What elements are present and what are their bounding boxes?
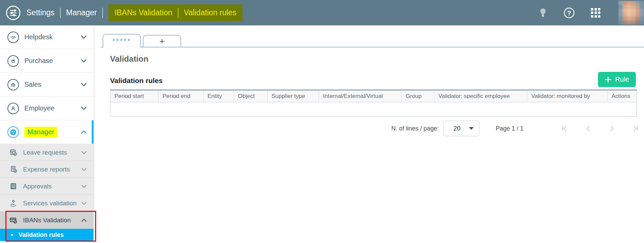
svg-text:?: ?	[567, 9, 571, 16]
sidebar-item-expense-reports[interactable]: Expense reports	[0, 161, 93, 178]
sidebar-item-label: Leave requests	[23, 149, 67, 156]
chevron-down-icon	[81, 202, 87, 205]
breadcrumb-separator	[60, 8, 61, 18]
handshake-icon	[7, 32, 19, 43]
breadcrumb-ibans-validation[interactable]: IBANs Validation	[114, 8, 172, 17]
person-icon	[7, 103, 19, 114]
sidebar-item-label: IBANs Validation	[23, 217, 71, 224]
sidebar-item-label: Helpdesk	[24, 33, 52, 41]
chevron-up-icon	[81, 219, 87, 222]
lines-per-page-select[interactable]: 20	[444, 121, 479, 136]
first-page-icon[interactable]	[561, 125, 568, 132]
bullet-icon: •	[11, 231, 13, 238]
table-empty-row	[110, 102, 637, 117]
breadcrumb-separator	[102, 8, 103, 18]
hand-diamond-icon	[9, 199, 18, 208]
column-header-period-end: Period end	[158, 90, 203, 102]
sidebar-item-label: Expense reports	[23, 166, 70, 173]
sidebar-item-helpdesk[interactable]: Helpdesk	[0, 25, 93, 49]
box-icon	[7, 55, 19, 67]
column-header-actions: Actions	[607, 90, 637, 102]
tab-active[interactable]: *****	[103, 34, 141, 47]
column-header-entity: Entity	[203, 90, 234, 102]
caret-down-icon	[469, 127, 474, 130]
sidebar-item-label: Services validation	[23, 200, 77, 207]
breadcrumb-manager[interactable]: Manager	[66, 8, 97, 17]
breadcrumb-settings[interactable]: Settings	[26, 8, 55, 17]
page-title: Validation	[110, 54, 644, 64]
next-page-icon[interactable]	[608, 125, 616, 132]
chevron-down-icon	[81, 185, 87, 188]
checklist-icon	[9, 182, 18, 191]
chevron-up-icon	[81, 130, 87, 134]
lines-per-page-value: 20	[453, 125, 460, 132]
pagination-nav	[544, 125, 639, 132]
breadcrumb-highlight: IBANs Validation Validation rules	[108, 4, 242, 21]
sidebar-item-employee[interactable]: Employee	[0, 97, 93, 120]
chevron-down-icon	[81, 83, 87, 86]
help-icon[interactable]: ?	[563, 7, 575, 19]
sidebar-item-ibans-validation[interactable]: IBANs Validation	[0, 212, 93, 229]
receipt-check-icon	[9, 165, 18, 174]
page-indicator: Page 1 / 1	[496, 125, 523, 132]
tab-strip-underline	[101, 47, 644, 47]
tab-strip: ***** +	[94, 25, 644, 47]
column-header-validator-specific-employee: Validator: specific employee	[434, 90, 527, 102]
lightbulb-icon[interactable]	[537, 7, 549, 19]
validation-rules-table: Period start Period end Entity Object Su…	[110, 89, 637, 117]
add-rule-button-label: Rule	[615, 76, 629, 83]
last-page-icon[interactable]	[632, 125, 639, 132]
sidebar-item-manager[interactable]: Manager	[0, 120, 93, 144]
column-header-supplier-type: Supplier type	[267, 90, 319, 102]
sidebar-item-label: Sales	[24, 81, 41, 88]
column-header-period-start: Period start	[110, 90, 158, 102]
apps-grid-icon[interactable]	[590, 7, 601, 19]
chevron-down-icon	[81, 168, 87, 171]
pagination-bar: N. of lines / page: 20 Page 1 / 1	[94, 121, 639, 136]
topbar-actions: ?	[537, 1, 644, 25]
briefcase-icon	[7, 79, 19, 90]
sidebar-item-approvals[interactable]: Approvals	[0, 178, 93, 195]
plus-icon	[605, 76, 611, 83]
add-tab-button[interactable]: +	[143, 35, 181, 47]
lines-per-page-label: N. of lines / page:	[391, 125, 439, 132]
sidebar: Helpdesk Purchase Sales	[0, 25, 94, 243]
breadcrumb-separator	[178, 8, 178, 18]
sidebar-item-label: Approvals	[23, 183, 52, 190]
previous-page-icon[interactable]	[584, 125, 592, 132]
sidebar-item-leave-requests[interactable]: Leave requests	[0, 144, 93, 161]
sidebar-item-services-validation[interactable]: Services validation	[0, 195, 93, 212]
breadcrumb-validation-rules[interactable]: Validation rules	[184, 8, 237, 17]
chevron-down-icon	[81, 151, 87, 154]
column-header-group: Group	[402, 90, 434, 102]
sidebar-item-label: Validation rules	[19, 231, 64, 239]
card-check-icon	[9, 216, 18, 225]
column-header-object: Object	[234, 90, 267, 102]
user-avatar[interactable]	[618, 1, 644, 25]
section-title: Validation rules	[110, 77, 644, 85]
chevron-down-icon	[81, 106, 87, 110]
settings-sliders-icon	[5, 5, 21, 21]
chevron-down-icon	[81, 59, 87, 63]
sidebar-item-label: Purchase	[24, 57, 53, 65]
empty-row-cell	[110, 102, 637, 117]
people-icon	[7, 126, 19, 138]
column-header-internal-external-virtual: Internal/External/Virtual	[319, 90, 402, 102]
calendar-check-icon	[9, 148, 18, 157]
main-content: ***** + Validation Validation rules Rule…	[94, 25, 644, 243]
top-bar: Settings Manager IBANs Validation Valida…	[0, 0, 644, 25]
sidebar-item-validation-rules[interactable]: • Validation rules	[0, 229, 93, 241]
sidebar-item-label-highlighted: Manager	[24, 127, 57, 138]
table-header-row: Period start Period end Entity Object Su…	[110, 90, 637, 102]
sidebar-item-sales[interactable]: Sales	[0, 73, 93, 97]
chevron-down-icon	[81, 35, 87, 39]
column-header-validator-monitored-by: Validator: monitored by	[527, 90, 607, 102]
sidebar-item-label: Employee	[24, 104, 55, 112]
add-rule-button[interactable]: Rule	[598, 72, 636, 87]
sidebar-item-purchase[interactable]: Purchase	[0, 49, 93, 73]
